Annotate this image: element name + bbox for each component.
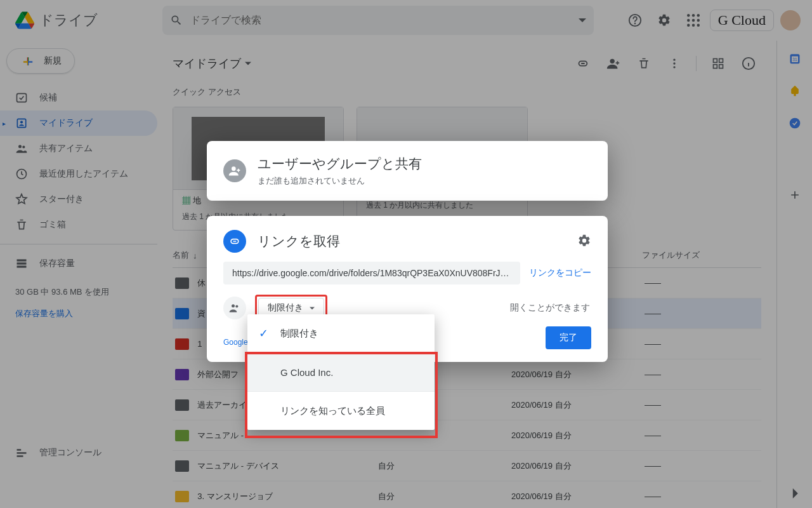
svg-point-38 <box>235 305 238 307</box>
access-hint: 開くことができます <box>510 302 590 314</box>
link-modal-title: リンクを取得 <box>258 232 340 250</box>
menu-restricted[interactable]: ✓制限付き <box>247 314 435 352</box>
menu-org[interactable]: G Cloud Inc. <box>247 353 435 391</box>
share-url[interactable]: https://drive.google.com/drive/folders/1… <box>223 262 520 284</box>
people-icon <box>223 159 246 182</box>
share-modal-subtitle: まだ誰も追加されていません <box>258 175 422 187</box>
chevron-down-icon <box>310 307 315 310</box>
check-icon: ✓ <box>259 326 268 340</box>
copy-link-button[interactable]: リンクをコピー <box>529 267 591 279</box>
menu-anyone[interactable]: リンクを知っている全員 <box>247 392 435 430</box>
svg-point-37 <box>232 304 235 307</box>
done-button[interactable]: 完了 <box>546 326 591 349</box>
link-settings-icon[interactable] <box>577 234 591 250</box>
link-icon <box>223 230 246 253</box>
svg-point-36 <box>232 166 236 171</box>
share-modal-title: ユーザーやグループと共有 <box>258 155 422 173</box>
access-scope-menu: ✓制限付き G Cloud Inc. リンクを知っている全員 <box>247 314 435 430</box>
restricted-icon <box>223 297 246 319</box>
share-people-modal: ユーザーやグループと共有 まだ誰も追加されていません <box>207 141 608 201</box>
